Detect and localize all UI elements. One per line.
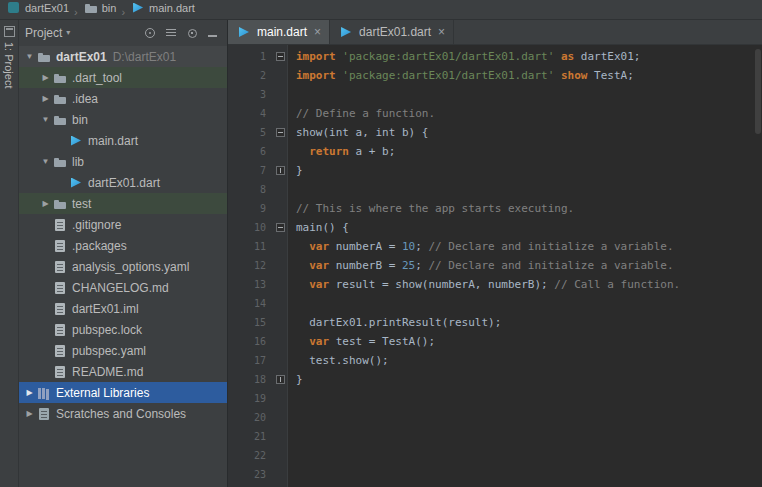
code-line[interactable]: 6 return a + b; [228, 142, 762, 161]
tree-item-External Libraries[interactable]: External Libraries [19, 382, 227, 403]
code-line[interactable]: 3 [228, 85, 762, 104]
tree-item-.gitignore[interactable]: .gitignore [19, 214, 227, 235]
code-editor[interactable]: 1import 'package:dartEx01/dartEx01.dart'… [228, 45, 762, 487]
tree-item-dartEx01.iml[interactable]: dartEx01.iml [19, 298, 227, 319]
chevron-collapsed-icon[interactable] [39, 199, 52, 208]
code-line[interactable]: 8 [228, 180, 762, 199]
line-number[interactable]: 3 [228, 89, 272, 100]
code-line[interactable]: 12 var numberB = 25; // Declare and init… [228, 256, 762, 275]
code-line[interactable]: 14 [228, 294, 762, 313]
code-line[interactable]: 13 var result = show(numberA, numberB); … [228, 275, 762, 294]
line-number[interactable]: 23 [228, 469, 272, 480]
fold-end-icon[interactable] [276, 166, 285, 175]
line-number[interactable]: 19 [228, 393, 272, 404]
fold-collapse-icon[interactable] [276, 52, 285, 61]
code-line[interactable]: 7} [228, 161, 762, 180]
code-line[interactable]: 5show(int a, int b) { [228, 123, 762, 142]
tree-item-bin[interactable]: bin [19, 109, 227, 130]
tree-item-dartEx01.dart[interactable]: dartEx01.dart [19, 172, 227, 193]
line-number[interactable]: 16 [228, 336, 272, 347]
dart-file-icon [130, 0, 146, 16]
line-number[interactable]: 8 [228, 184, 272, 195]
chevron-expanded-icon[interactable] [23, 52, 36, 61]
chevron-collapsed-icon[interactable] [23, 409, 36, 418]
fold-collapse-icon[interactable] [276, 223, 285, 232]
code-line[interactable]: 23 [228, 465, 762, 484]
line-number[interactable]: 15 [228, 317, 272, 328]
line-number[interactable]: 17 [228, 355, 272, 366]
tree-item-README.md[interactable]: README.md [19, 361, 227, 382]
project-stripe-button[interactable]: 1: Project [3, 42, 15, 88]
tree-item-Scratches and Consoles[interactable]: Scratches and Consoles [19, 403, 227, 424]
tree-item-.packages[interactable]: .packages [19, 235, 227, 256]
code-line[interactable]: 15 dartEx01.printResult(result); [228, 313, 762, 332]
line-number[interactable]: 14 [228, 298, 272, 309]
settings-icon[interactable] [184, 25, 200, 41]
line-number[interactable]: 1 [228, 51, 272, 62]
fold-end-icon[interactable] [276, 375, 285, 384]
line-number[interactable]: 11 [228, 241, 272, 252]
project-panel-header: Project ▾ [19, 20, 227, 45]
code-line[interactable]: 20 [228, 408, 762, 427]
editor-scrollbar[interactable] [754, 45, 762, 487]
breadcrumb-item-main.dart[interactable]: main.dart [128, 0, 197, 16]
code-line[interactable]: 16 var test = TestA(); [228, 332, 762, 351]
tree-item-analysis_options.yaml[interactable]: analysis_options.yaml [19, 256, 227, 277]
line-number[interactable]: 22 [228, 450, 272, 461]
chevron-collapsed-icon[interactable] [23, 388, 36, 397]
line-number[interactable]: 2 [228, 70, 272, 81]
code-line[interactable]: 9// This is where the app starts executi… [228, 199, 762, 218]
code-line[interactable]: 4// Define a function. [228, 104, 762, 123]
chevron-collapsed-icon[interactable] [39, 73, 52, 82]
code-line[interactable]: 1import 'package:dartEx01/dartEx01.dart'… [228, 47, 762, 66]
collapse-all-icon[interactable] [163, 25, 179, 41]
editor-tab-dartEx01.dart[interactable]: dartEx01.dart [330, 20, 454, 44]
code-token: } [296, 373, 303, 386]
breadcrumb-item-dartEx01[interactable]: dartEx01 [4, 0, 71, 16]
line-number[interactable]: 13 [228, 279, 272, 290]
chevron-collapsed-icon[interactable] [39, 94, 52, 103]
code-token [296, 259, 309, 272]
tree-item-test[interactable]: test [19, 193, 227, 214]
close-icon[interactable] [438, 25, 445, 39]
chevron-expanded-icon[interactable] [39, 157, 52, 166]
line-number[interactable]: 20 [228, 412, 272, 423]
tree-item-.dart_tool[interactable]: .dart_tool [19, 67, 227, 88]
tree-item-lib[interactable]: lib [19, 151, 227, 172]
code-token [296, 145, 309, 158]
chevron-expanded-icon[interactable] [39, 115, 52, 124]
code-line[interactable]: 17 test.show(); [228, 351, 762, 370]
code-token [296, 240, 309, 253]
line-number[interactable]: 10 [228, 222, 272, 233]
line-number[interactable]: 21 [228, 431, 272, 442]
close-icon[interactable] [314, 25, 321, 39]
code-line[interactable]: 2import 'package:dartEx01/dartEx01.dart'… [228, 66, 762, 85]
tree-item-pubspec.yaml[interactable]: pubspec.yaml [19, 340, 227, 361]
scrollbar-thumb[interactable] [755, 49, 761, 134]
tree-item-CHANGELOG.md[interactable]: CHANGELOG.md [19, 277, 227, 298]
code-line[interactable]: 22 [228, 446, 762, 465]
project-view-selector[interactable]: Project ▾ [25, 26, 70, 40]
hide-icon[interactable] [205, 25, 221, 41]
code-line[interactable]: 11 var numberA = 10; // Declare and init… [228, 237, 762, 256]
tree-item-main.dart[interactable]: main.dart [19, 130, 227, 151]
locate-icon[interactable] [142, 25, 158, 41]
line-number[interactable]: 18 [228, 374, 272, 385]
code-line[interactable]: 19 [228, 389, 762, 408]
editor-tab-main.dart[interactable]: main.dart [228, 20, 330, 44]
line-number[interactable]: 6 [228, 146, 272, 157]
fold-collapse-icon[interactable] [276, 128, 285, 137]
tool-window-icon[interactable] [4, 26, 15, 37]
code-line[interactable]: 21 [228, 427, 762, 446]
line-number[interactable]: 4 [228, 108, 272, 119]
line-number[interactable]: 7 [228, 165, 272, 176]
tree-item-dartEx01[interactable]: dartEx01D:\dartEx01 [19, 46, 227, 67]
tree-item-.idea[interactable]: .idea [19, 88, 227, 109]
line-number[interactable]: 12 [228, 260, 272, 271]
breadcrumb-item-bin[interactable]: bin [81, 0, 119, 16]
code-line[interactable]: 18} [228, 370, 762, 389]
tree-item-pubspec.lock[interactable]: pubspec.lock [19, 319, 227, 340]
line-number[interactable]: 5 [228, 127, 272, 138]
line-number[interactable]: 9 [228, 203, 272, 214]
code-line[interactable]: 10main() { [228, 218, 762, 237]
